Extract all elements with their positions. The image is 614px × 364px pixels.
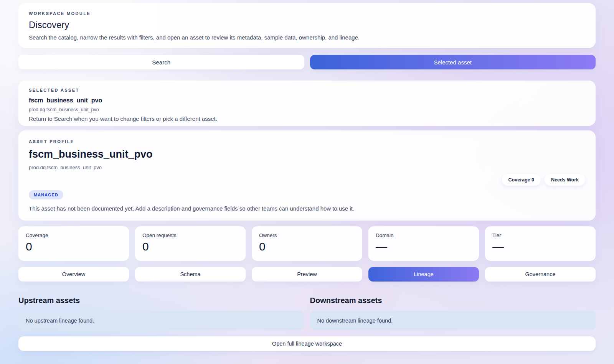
asset-title: fscm_business_unit_pvo [29,148,585,160]
stat-value: 0 [259,240,355,253]
stat-value: 0 [142,240,238,253]
page-title: Discovery [29,20,585,30]
stat-label: Tier [492,232,588,238]
selected-asset-path: prod.dq.fscm_business_unit_pvo [29,107,585,112]
module-eyebrow: WORKSPACE MODULE [29,11,585,16]
upstream-empty-state: No upstream lineage found. [18,311,304,330]
selected-asset-hint: Return to Search when you want to change… [29,115,585,122]
upstream-panel: Upstream assets No upstream lineage foun… [18,296,304,330]
downstream-panel: Downstream assets No downstream lineage … [310,296,596,330]
stat-label: Owners [259,232,355,238]
stat-card-coverage: Coverage 0 [18,226,129,261]
stat-card-tier: Tier — [485,226,596,261]
asset-description: This asset has not been documented yet. … [29,205,585,212]
asset-path: prod.dq.fscm_business_unit_pvo [29,165,585,170]
stat-value: — [492,240,588,253]
selected-asset-card: SELECTED ASSET fscm_business_unit_pvo pr… [18,81,596,126]
downstream-heading: Downstream assets [310,296,596,305]
stat-value: — [376,240,472,253]
coverage-badge: Coverage 0 [502,174,541,186]
tab-schema[interactable]: Schema [135,267,246,282]
stat-label: Open requests [142,232,238,238]
stat-card-owners: Owners 0 [252,226,362,261]
stat-card-open-requests: Open requests 0 [135,226,246,261]
stats-row: Coverage 0 Open requests 0 Owners 0 Doma… [18,226,596,261]
detail-tabs: Overview Schema Preview Lineage Governan… [18,267,596,282]
tab-overview[interactable]: Overview [18,267,129,282]
discovery-page: WORKSPACE MODULE Discovery Search the ca… [0,0,614,351]
asset-profile-card: ASSET PROFILE fscm_business_unit_pvo pro… [18,130,596,221]
tab-governance[interactable]: Governance [485,267,596,282]
stat-label: Coverage [26,232,122,238]
managed-status-badge: MANAGED [29,190,63,199]
needs-work-badge: Needs Work [545,174,585,186]
view-toggle-selected-asset[interactable]: Selected asset [310,55,596,69]
stat-card-domain: Domain — [368,226,479,261]
view-toggle: Search Selected asset [18,55,596,69]
tab-lineage[interactable]: Lineage [368,267,479,282]
tab-preview[interactable]: Preview [252,267,362,282]
stat-value: 0 [26,240,122,253]
lineage-section: Upstream assets No upstream lineage foun… [18,296,596,330]
open-full-lineage-button[interactable]: Open full lineage workspace [18,336,596,351]
profile-badges: Coverage 0 Needs Work [29,174,585,186]
status-chip-row: MANAGED [29,190,585,199]
stat-label: Domain [376,232,472,238]
workspace-module-card: WORKSPACE MODULE Discovery Search the ca… [18,3,596,48]
selected-asset-name: fscm_business_unit_pvo [29,97,585,104]
selected-asset-eyebrow: SELECTED ASSET [29,88,585,92]
downstream-empty-state: No downstream lineage found. [310,311,596,330]
asset-profile-eyebrow: ASSET PROFILE [29,139,585,144]
view-toggle-search[interactable]: Search [18,55,304,69]
module-description: Search the catalog, narrow the results w… [29,34,585,41]
upstream-heading: Upstream assets [18,296,304,305]
